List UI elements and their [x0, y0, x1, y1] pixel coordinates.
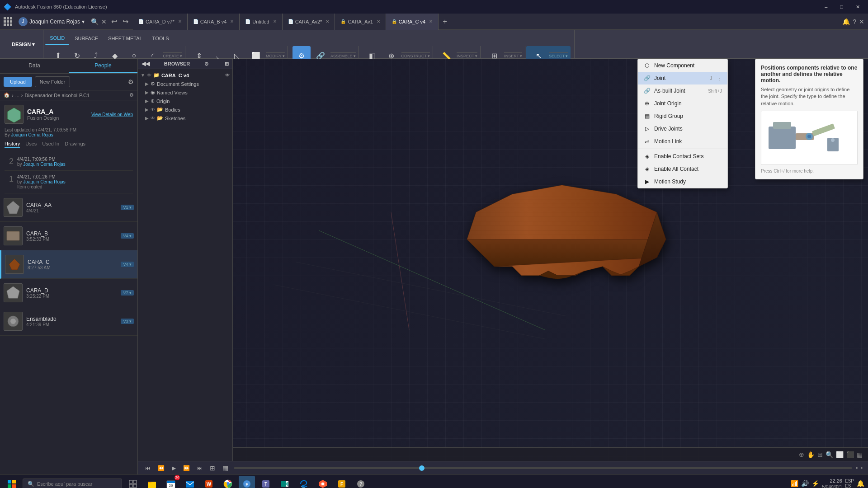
apps-grid-icon[interactable] — [4, 17, 12, 26]
tab-solid[interactable]: SOLID — [45, 32, 69, 45]
item-version-badge[interactable]: V4 ▾ — [121, 262, 134, 267]
taskbar-app-meet[interactable] — [277, 476, 293, 488]
timeline-play-button[interactable]: ▶ — [170, 464, 178, 472]
timeline-thumb[interactable] — [419, 465, 425, 471]
home-icon[interactable]: 🏠 — [4, 92, 10, 98]
task-view-button[interactable] — [125, 476, 141, 488]
timeline-slider[interactable] — [234, 467, 852, 469]
assemble-section-label[interactable]: ASSEMBLE ▾ — [330, 52, 356, 59]
3d-viewport[interactable]: X Y Z ◀◀ COMMENTS ⊙ ⊞ ⊕ ✋ ⊞ 🔍 ⬜ ⬛ — [138, 59, 868, 461]
modify-section-label[interactable]: MODIFY ▾ — [266, 52, 285, 59]
help-icon[interactable]: ? — [853, 18, 856, 25]
display-mode-icon[interactable]: ⬜ — [836, 451, 844, 458]
tab-cara-b[interactable]: 📄 CARA_B v4 ✕ — [188, 14, 240, 30]
tab-cara-cv4[interactable]: 🔒 CARA_C v4 ✕ — [386, 14, 439, 30]
menu-enable-contact-sets[interactable]: ◈ Enable Contact Sets — [638, 150, 727, 163]
item-version-badge[interactable]: V3 ▾ — [121, 319, 134, 324]
taskbar-search[interactable]: 🔍 Escribe aquí para buscar — [23, 479, 122, 488]
taskbar-app-explorer[interactable] — [144, 476, 160, 488]
taskbar-clock[interactable]: 22:26 5/04/2021 — [822, 478, 842, 488]
taskbar-app-edge[interactable] — [296, 476, 312, 488]
breadcrumb-ellipsis[interactable]: ... — [15, 93, 19, 98]
list-item[interactable]: Ensamblado 4:21:39 PM V3 ▾ — [0, 307, 137, 336]
taskbar-app-office[interactable]: W — [201, 476, 217, 488]
browser-file-item[interactable]: ▼ 👁 📁 CARA_C v4 👁 — [138, 71, 232, 80]
people-tab[interactable]: People — [69, 59, 137, 73]
browser-eye-icon[interactable]: 👁 — [151, 116, 155, 121]
taskbar-app-unknown[interactable]: ? — [353, 476, 369, 488]
taskbar-app-chrome[interactable] — [220, 476, 236, 488]
windows-start-button[interactable] — [4, 476, 20, 488]
joint-more-icon[interactable]: ⋮ — [717, 76, 722, 81]
item-version-badge[interactable]: V4 ▾ — [121, 233, 134, 239]
menu-motion-link[interactable]: ⇌ Motion Link — [638, 135, 727, 148]
taskbar-app-another[interactable]: F — [334, 476, 350, 488]
menu-joint[interactable]: 🔗 Joint J ⋮ — [638, 72, 727, 84]
timeline-start-button[interactable]: ⏮ — [143, 464, 152, 472]
orbit-icon[interactable]: ⊕ — [799, 451, 804, 458]
insert-section-label[interactable]: INSERT ▾ — [504, 52, 522, 59]
close-button[interactable]: ✕ — [851, 3, 864, 11]
menu-as-built-joint[interactable]: 🔗 As-built Joint Shift+J — [638, 84, 727, 97]
new-folder-button[interactable]: New Folder — [35, 76, 70, 87]
browser-eye-icon[interactable]: 👁 — [147, 73, 151, 78]
inspect-section-label[interactable]: INSPECT ▾ — [457, 52, 477, 59]
browser-collapse-icon[interactable]: ◀◀ — [142, 61, 150, 67]
tl-icon2[interactable]: ▪ — [860, 465, 863, 471]
browser-origin[interactable]: ▶ ⊕ Origin — [138, 97, 232, 105]
timeline-record-icon[interactable]: ⊞ — [208, 464, 217, 473]
search-icon[interactable]: 🔍 — [91, 18, 99, 25]
tab-close-icon[interactable]: ✕ — [377, 19, 380, 24]
menu-motion-study[interactable]: ▶ Motion Study — [638, 175, 727, 188]
tab-sheet-metal[interactable]: SHEET METAL — [104, 32, 146, 45]
grid-toggle-icon[interactable]: ⬛ — [846, 451, 854, 458]
list-item[interactable]: CARA_AA 4/4/21 V1 ▾ — [0, 193, 137, 222]
tab-close-icon[interactable]: ✕ — [230, 19, 234, 24]
list-item[interactable]: CARA_D 3:25:22 PM V7 ▾ — [0, 279, 137, 307]
tab-untitled[interactable]: 📄 Untitled ✕ — [240, 14, 282, 30]
entry-author-link[interactable]: Joaquin Cerna Rojas — [23, 162, 65, 167]
timeline-prev-button[interactable]: ⏪ — [156, 464, 166, 472]
item-version-badge[interactable]: V7 ▾ — [121, 290, 134, 296]
tab-cara-av1[interactable]: 🔒 CARA_Av1 ✕ — [335, 14, 386, 30]
close-panel-icon[interactable]: ✕ — [101, 18, 107, 25]
taskbar-app-mail[interactable] — [182, 476, 198, 488]
menu-rigid-group[interactable]: ▤ Rigid Group — [638, 110, 727, 122]
view-details-link[interactable]: View Details on Web — [91, 112, 133, 117]
tab-close-icon[interactable]: ✕ — [326, 19, 329, 24]
browser-more-icon[interactable]: ⊞ — [225, 61, 229, 67]
timeline-next-button[interactable]: ⏩ — [181, 464, 192, 472]
item-version-badge[interactable]: V1 ▾ — [121, 205, 134, 210]
view-options-icon[interactable]: ▦ — [857, 451, 863, 458]
undo-button[interactable]: ↩ — [109, 16, 119, 27]
menu-new-component[interactable]: ⬡ New Component — [638, 59, 727, 72]
menu-drive-joints[interactable]: ▷ Drive Joints — [638, 122, 727, 135]
tab-cara-av2[interactable]: 📄 CARA_Av2* ✕ — [283, 14, 335, 30]
tl-icon1[interactable]: ▪ — [856, 465, 858, 471]
create-section-label[interactable]: CREATE ▾ — [163, 52, 182, 59]
entry-author-link[interactable]: Joaquin Cerna Rojas — [23, 179, 65, 184]
upload-button[interactable]: Upload — [4, 77, 32, 87]
tab-surface[interactable]: SURFACE — [70, 32, 103, 45]
timeline-end-button[interactable]: ⏭ — [195, 464, 204, 472]
list-item[interactable]: CARA_B 3:52:33 PM V4 ▾ — [0, 222, 137, 250]
select-section-label[interactable]: SELECT ▾ — [549, 52, 568, 59]
user-menu-button[interactable]: J Joaquin Cerna Rojas ▾ — [15, 15, 88, 28]
taskbar-app-teams[interactable]: T — [258, 476, 274, 488]
taskbar-notifications-icon[interactable]: 🔔 — [857, 480, 864, 487]
breadcrumb-folder[interactable]: Dispensador De alcohol-P.C1 — [25, 93, 90, 98]
taskbar-battery-icon[interactable]: ⚡ — [811, 480, 819, 487]
maximize-button[interactable]: □ — [835, 3, 848, 10]
panel-settings-icon[interactable]: ⚙ — [128, 78, 134, 85]
used-in-tab[interactable]: Used In — [42, 141, 59, 148]
browser-eye2-icon[interactable]: 👁 — [225, 73, 230, 78]
taskbar-network-icon[interactable]: 📶 — [791, 480, 798, 487]
browser-doc-settings[interactable]: ▶ ⚙ Document Settings — [138, 80, 232, 88]
taskbar-volume-icon[interactable]: 🔊 — [801, 480, 809, 487]
tab-cara-d[interactable]: 📄 CARA_D v7* ✕ — [133, 14, 188, 30]
taskbar-lang[interactable]: ESPES — [845, 479, 854, 488]
design-menu-button[interactable]: DESIGN ▾ — [7, 32, 39, 57]
cara-a-author-link[interactable]: Joaquin Cerna Rojas — [11, 132, 53, 137]
tab-close-icon[interactable]: ✕ — [178, 19, 182, 24]
history-tab[interactable]: History — [5, 141, 20, 148]
